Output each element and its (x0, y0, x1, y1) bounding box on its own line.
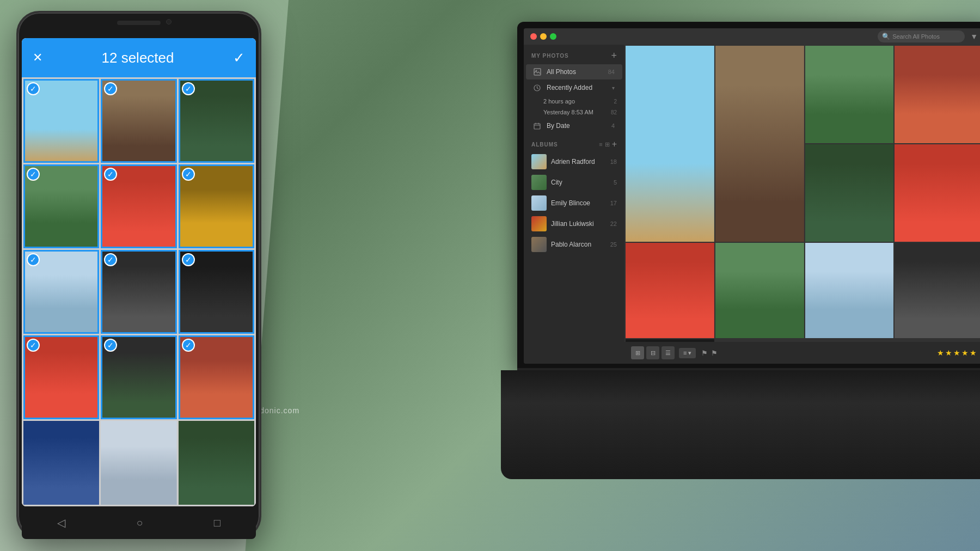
sidebar-album-jillian-lukiwski[interactable]: Jillian Lukiwski22 (524, 213, 624, 234)
main-photo-cell[interactable] (626, 46, 714, 242)
sidebar: MY PHOTOS + All Photos (524, 45, 624, 364)
main-photo-thumbnail (805, 46, 894, 143)
list-view[interactable]: ☰ (661, 346, 675, 359)
selected-check-badge: ✓ (27, 82, 40, 95)
album-label: Pablo Alarcon (551, 241, 610, 248)
phone-photo-grid: ✓✓✓✓✓✓✓✓✓✓✓✓ (22, 77, 256, 506)
main-photo-thumbnail (715, 46, 804, 242)
phone-recent-button[interactable]: □ (214, 517, 220, 529)
main-photo-cell[interactable] (805, 144, 894, 242)
sidebar-subitem-2hours[interactable]: 2 hours ago 2 (524, 96, 624, 107)
rating-stars[interactable]: ★★★★★ (937, 348, 978, 357)
sidebar-subitem-yesterday[interactable]: Yesterday 8:53 AM 82 (524, 107, 624, 118)
album-label: City (551, 179, 614, 186)
albums-header: ALBUMS ≡ ⊞ + (524, 134, 624, 151)
sort-arrow: ▾ (688, 350, 691, 357)
album-label: Adrien Radford (551, 158, 610, 166)
photo-thumbnail (179, 421, 254, 505)
main-photo-cell[interactable] (895, 243, 980, 338)
main-photo-thumbnail (895, 144, 980, 242)
phone-confirm-button[interactable]: ✓ (233, 50, 245, 66)
sidebar-album-pablo-alarcon[interactable]: Pablo Alarcon25 (524, 234, 624, 255)
mac-close-button[interactable] (530, 33, 537, 40)
phone-photo-cell[interactable] (23, 421, 99, 505)
phone-photo-cell[interactable]: ✓ (179, 250, 254, 334)
mac-titlebar: 🔍 Search All Photos ▼ (524, 28, 980, 45)
phone-speaker (117, 21, 161, 25)
list-view-icon[interactable]: ≡ (599, 141, 602, 148)
grid-small-view[interactable]: ⊟ (646, 346, 659, 359)
sidebar-item-recently-added[interactable]: Recently Added ▾ (526, 80, 622, 95)
album-count: 25 (610, 241, 617, 248)
phone-home-button[interactable]: ○ (136, 517, 143, 529)
filter-icon[interactable]: ▼ (970, 32, 978, 41)
phone-photo-cell[interactable]: ✓ (179, 335, 254, 419)
album-count: 18 (610, 158, 617, 165)
phone-photo-cell[interactable]: ✓ (23, 164, 99, 248)
phone-camera (166, 19, 171, 25)
all-photos-label: All Photos (547, 68, 608, 76)
phone-photo-cell[interactable]: ✓ (179, 79, 254, 163)
search-icon: 🔍 (882, 33, 890, 40)
main-photo-cell[interactable] (805, 46, 894, 143)
phone-photo-cell[interactable]: ✓ (23, 250, 99, 334)
photo-thumbnail (23, 421, 99, 505)
phone-photo-cell[interactable]: ✓ (101, 79, 176, 163)
main-photo-cell[interactable] (805, 243, 894, 338)
main-photo-thumbnail (626, 46, 714, 242)
yesterday-count: 82 (611, 109, 617, 115)
mac-search-bar[interactable]: 🔍 Search All Photos (878, 30, 965, 42)
phone-photo-cell[interactable]: ✓ (101, 335, 176, 419)
album-count: 5 (614, 179, 617, 186)
phone-topbar: ✕ 12 selected ✓ (22, 38, 256, 77)
photos-icon (534, 68, 542, 76)
main-photo-thumbnail (805, 243, 894, 338)
phone-photo-cell[interactable] (101, 421, 176, 505)
selected-check-badge: ✓ (182, 253, 195, 266)
main-photo-thumbnail (626, 243, 714, 338)
clock-icon (534, 83, 542, 92)
filter-flag-2[interactable]: ⚑ (711, 349, 718, 357)
phone-photo-cell[interactable]: ✓ (23, 79, 99, 163)
my-photos-title: MY PHOTOS (531, 53, 569, 59)
svg-rect-3 (534, 124, 540, 129)
mac-maximize-button[interactable] (550, 33, 556, 40)
grid-large-view[interactable]: ⊞ (631, 346, 644, 359)
main-photo-cell[interactable] (626, 243, 714, 338)
phone-photo-cell[interactable]: ✓ (101, 250, 176, 334)
main-photo-cell[interactable] (895, 144, 980, 242)
laptop-screen: 🔍 Search All Photos ▼ MY PHOTOS + (524, 28, 980, 364)
add-album-button[interactable]: + (612, 139, 617, 149)
phone-photo-cell[interactable]: ✓ (179, 164, 254, 248)
selected-check-badge: ✓ (27, 339, 40, 352)
my-photos-header: MY PHOTOS + (524, 45, 624, 64)
mac-minimize-button[interactable] (540, 33, 547, 40)
recently-added-label: Recently Added (547, 84, 610, 91)
phone-photo-cell[interactable]: ✓ (101, 164, 176, 248)
sort-button[interactable]: ≡ ▾ (679, 348, 696, 358)
2hours-label: 2 hours ago (543, 98, 614, 105)
sidebar-album-emily-blincoe[interactable]: Emily Blincoe17 (524, 193, 624, 213)
main-photo-thumbnail (805, 144, 894, 242)
sidebar-item-by-date[interactable]: By Date 4 (526, 118, 622, 133)
phone-back-button[interactable]: ◁ (57, 516, 65, 529)
album-thumbnail (531, 195, 547, 211)
grid-view-icon[interactable]: ⊞ (605, 141, 610, 148)
photo-bottom-bar: ⊞ ⊟ ☰ ≡ ▾ ⚑ ⚑ ★★★★★ (624, 342, 980, 364)
filter-flag-1[interactable]: ⚑ (701, 349, 708, 357)
main-photo-thumbnail (895, 46, 980, 143)
phone-device: ✕ 12 selected ✓ ✓✓✓✓✓✓✓✓✓✓✓✓ ◁ ○ □ (16, 11, 261, 539)
main-photo-cell[interactable] (715, 46, 804, 242)
phone-photo-cell[interactable]: ✓ (23, 335, 99, 419)
sidebar-album-adrien-radford[interactable]: Adrien Radford18 (524, 151, 624, 172)
phone-close-button[interactable]: ✕ (33, 51, 42, 65)
selected-check-badge: ✓ (27, 168, 40, 181)
laptop-base (501, 370, 980, 479)
phone-photo-cell[interactable] (179, 421, 254, 505)
add-photo-button[interactable]: + (611, 50, 617, 62)
sidebar-item-all-photos[interactable]: All Photos 84 (526, 64, 622, 79)
main-photo-cell[interactable] (895, 46, 980, 143)
sidebar-album-city[interactable]: City5 (524, 172, 624, 193)
album-count: 17 (610, 200, 617, 206)
main-photo-cell[interactable] (715, 243, 804, 338)
